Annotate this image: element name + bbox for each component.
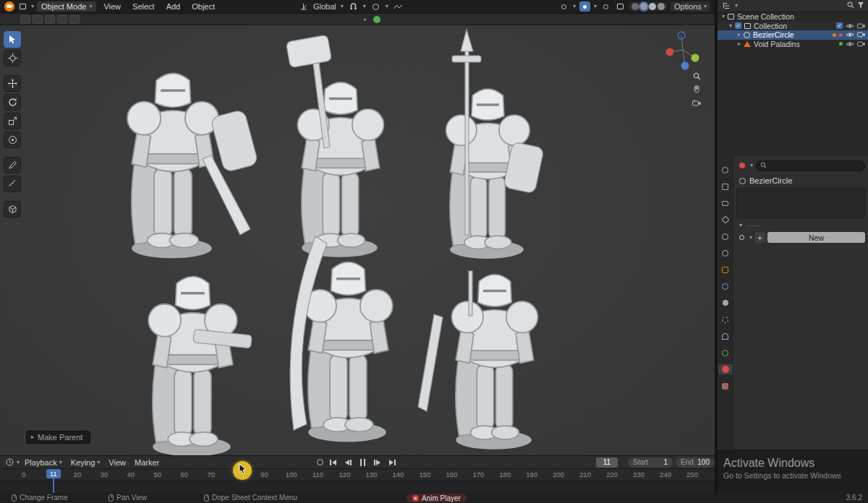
transform-tool[interactable] (4, 132, 21, 148)
menu-object[interactable]: Object (187, 1, 219, 12)
tab-world-icon[interactable] (718, 248, 733, 258)
outliner-row-void-paladins[interactable]: ▸ Void Paladins (718, 40, 868, 49)
move-tool[interactable] (4, 75, 21, 92)
render-camera-icon[interactable] (857, 30, 865, 39)
tab-render-icon[interactable] (718, 181, 733, 192)
next-keyframe-button[interactable] (372, 459, 383, 466)
hide-eye-icon[interactable] (846, 40, 854, 48)
chevron-down-icon[interactable]: ▾ (749, 235, 752, 241)
material-slot-list[interactable] (736, 188, 865, 218)
mode-select[interactable]: Object Mode ▾ (37, 1, 96, 12)
browse-material-icon[interactable] (736, 233, 747, 243)
close-icon[interactable]: ✕ (412, 495, 419, 502)
properties-breadcrumb-icon[interactable] (736, 160, 747, 171)
viewport-3d[interactable]: ▸ Make Parent (0, 25, 715, 455)
collection-checkbox[interactable]: ✓ (836, 22, 843, 29)
outliner-row-scene-collection[interactable]: ▾ Scene Collection (718, 12, 868, 22)
add-cube-tool[interactable] (4, 201, 21, 218)
menu-select[interactable]: Select (128, 1, 159, 12)
collection-visibility-icon[interactable] (45, 15, 55, 24)
zoom-view-icon[interactable] (690, 70, 703, 82)
chevron-right-icon[interactable]: ▸ (364, 17, 367, 22)
jump-to-end-button[interactable] (387, 459, 398, 466)
tab-material-icon[interactable] (718, 364, 733, 374)
frame-ruler[interactable]: 0203040506070809010011012013014015016017… (0, 469, 715, 481)
snap-magnet-icon[interactable] (348, 1, 359, 12)
menu-keying[interactable]: Keying ▾ (67, 458, 104, 467)
search-icon[interactable] (847, 1, 854, 10)
transform-orientation-icon[interactable] (298, 1, 309, 12)
tab-particles-icon[interactable] (718, 298, 733, 308)
hide-eye-icon[interactable] (846, 22, 854, 30)
collection-checkbox[interactable]: ✓ (735, 22, 741, 29)
xray-toggle-icon[interactable] (615, 1, 626, 12)
anim-player-status[interactable]: ✕ Anim Player (407, 494, 467, 502)
collection-visibility-icon[interactable] (57, 15, 67, 24)
outliner-row-collection[interactable]: ▾ ✓ Collection ✓ (718, 22, 868, 31)
select-box-tool[interactable] (4, 31, 21, 48)
render-camera-icon[interactable] (857, 40, 865, 48)
gizmos-toggle-icon[interactable] (579, 1, 590, 12)
chevron-down-icon[interactable]: ▾ (341, 4, 344, 9)
jump-to-start-button[interactable] (328, 459, 339, 466)
tab-view-layer-icon[interactable] (718, 215, 733, 225)
chevron-right-icon[interactable]: ▸ (738, 41, 741, 47)
collection-visibility-icon[interactable] (69, 15, 80, 24)
options-dropdown[interactable]: Options ▾ (671, 1, 710, 12)
menu-playback[interactable]: Playback ▾ (21, 458, 66, 467)
editor-type-icon[interactable] (17, 1, 28, 12)
tab-texture-icon[interactable] (718, 381, 733, 391)
properties-search-input[interactable] (756, 160, 865, 171)
blender-logo-icon[interactable] (4, 1, 14, 12)
selectability-icon[interactable] (558, 1, 569, 12)
outliner-row-beziercircle[interactable]: ▸ BezierCircle (718, 30, 868, 40)
chevron-down-icon[interactable]: ▾ (17, 460, 20, 465)
chevron-down-icon[interactable]: ▾ (722, 14, 725, 20)
pause-button[interactable] (358, 458, 367, 467)
frame-end-field[interactable]: End 100 (676, 457, 715, 468)
chevron-down-icon[interactable]: ▾ (735, 3, 738, 9)
chevron-right-icon[interactable]: ▸ (738, 32, 741, 38)
auto-keying-icon[interactable] (317, 459, 323, 465)
pan-hand-icon[interactable] (690, 83, 703, 95)
collection-visibility-icon[interactable] (20, 15, 30, 24)
falloff-curve-icon[interactable] (393, 1, 404, 12)
render-camera-icon[interactable] (857, 22, 865, 30)
tab-modifiers-icon[interactable] (718, 281, 733, 291)
chevron-down-icon[interactable]: ▾ (729, 23, 732, 29)
orientation-label[interactable]: Global (313, 2, 336, 11)
annotate-tool[interactable] (4, 157, 21, 173)
menu-add[interactable]: Add (162, 1, 185, 12)
current-frame-field[interactable]: 11 (596, 457, 618, 468)
operator-panel[interactable]: ▸ Make Parent (26, 431, 90, 444)
prev-keyframe-button[interactable] (343, 459, 354, 466)
menu-view[interactable]: View (99, 1, 125, 12)
camera-view-icon[interactable] (690, 97, 703, 108)
chevron-down-icon[interactable]: ▾ (363, 4, 366, 9)
tab-constraints-icon[interactable] (718, 331, 733, 341)
timeline-editor-icon[interactable] (4, 457, 15, 468)
chevron-down-icon[interactable]: ▾ (386, 4, 388, 9)
chevron-down-icon[interactable]: ▾ (573, 4, 576, 9)
slot-specials-row[interactable]: ▾ ····· (739, 221, 865, 230)
tab-tool-icon[interactable] (718, 165, 733, 175)
outliner-editor-icon[interactable] (721, 1, 732, 11)
timeline-track[interactable] (0, 481, 715, 494)
collection-visibility-icon[interactable] (33, 15, 43, 24)
menu-marker[interactable]: Marker (131, 458, 163, 467)
measure-tool[interactable] (4, 176, 21, 192)
chevron-down-icon[interactable]: ▾ (750, 163, 753, 168)
menu-view[interactable]: View (105, 458, 129, 467)
shading-rendered-icon[interactable] (658, 3, 665, 10)
chevron-down-icon[interactable]: ▾ (594, 4, 597, 9)
navigation-gizmo[interactable] (661, 30, 705, 72)
shading-solid-icon[interactable] (640, 3, 647, 10)
hide-eye-icon[interactable] (846, 30, 854, 39)
filter-icon[interactable] (857, 1, 864, 10)
cursor-tool[interactable] (4, 50, 21, 66)
rotate-tool[interactable] (4, 94, 21, 111)
overlays-toggle-icon[interactable] (600, 1, 611, 12)
shading-material-icon[interactable] (649, 3, 656, 10)
chevron-down-icon[interactable]: ▾ (31, 4, 34, 9)
tab-object-data-icon[interactable] (718, 348, 733, 358)
